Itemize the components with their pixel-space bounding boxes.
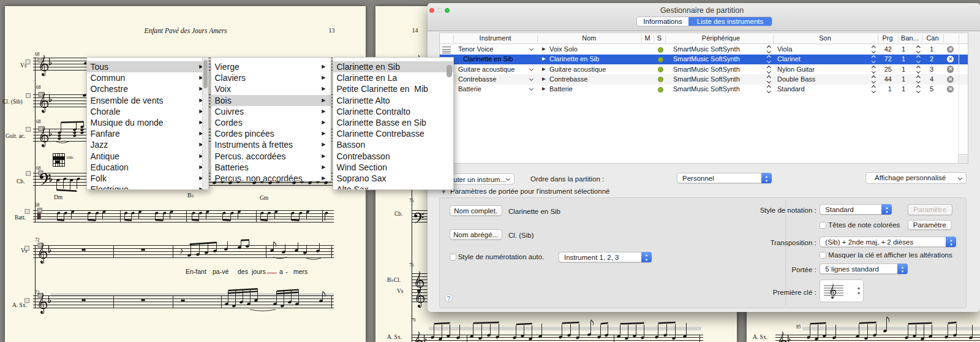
svg-text:85: 85 xyxy=(796,324,801,330)
svg-text:-: - xyxy=(285,268,288,275)
svg-text:Cb.: Cb. xyxy=(17,178,24,184)
svg-text:68: 68 xyxy=(36,119,41,124)
svg-text:A. Sx.: A. Sx. xyxy=(387,334,402,340)
svg-text:10fr.: 10fr. xyxy=(66,155,74,160)
svg-text:jours: jours xyxy=(251,268,266,275)
svg-text:a: a xyxy=(279,268,283,275)
svg-text:68: 68 xyxy=(35,202,40,208)
svg-text:68: 68 xyxy=(35,51,40,57)
svg-text:Dm: Dm xyxy=(54,194,63,200)
svg-text:B♭Cl.: B♭Cl. xyxy=(387,277,401,283)
svg-text:mers: mers xyxy=(293,268,307,275)
svg-text:Enfant Pavé des Jours Amers: Enfant Pavé des Jours Amers xyxy=(143,27,227,35)
svg-text:pa-vé: pa-vé xyxy=(213,268,228,275)
svg-text:B♭: B♭ xyxy=(187,192,194,199)
svg-text:76: 76 xyxy=(409,198,414,203)
svg-text:Guit. ac.: Guit. ac. xyxy=(6,133,25,139)
svg-text:En-fant: En-fant xyxy=(186,268,206,275)
svg-text:14: 14 xyxy=(412,27,418,34)
svg-text:68: 68 xyxy=(36,165,41,171)
svg-text:Cb.: Cb. xyxy=(394,211,402,217)
svg-text:Batt.: Batt. xyxy=(15,215,26,221)
svg-text:des: des xyxy=(238,268,248,275)
svg-text:72: 72 xyxy=(35,237,40,243)
svg-text:79: 79 xyxy=(411,317,416,323)
svg-text:Gm: Gm xyxy=(260,195,269,201)
svg-text:68: 68 xyxy=(36,85,41,90)
svg-text:A. Sx.: A. Sx. xyxy=(753,334,767,340)
svg-text:Cl. (Sib): Cl. (Sib) xyxy=(2,99,23,105)
svg-text:76: 76 xyxy=(409,262,414,268)
svg-text:13: 13 xyxy=(329,27,335,34)
svg-text:72: 72 xyxy=(35,290,40,295)
svg-text:Vs: Vs xyxy=(397,288,404,294)
